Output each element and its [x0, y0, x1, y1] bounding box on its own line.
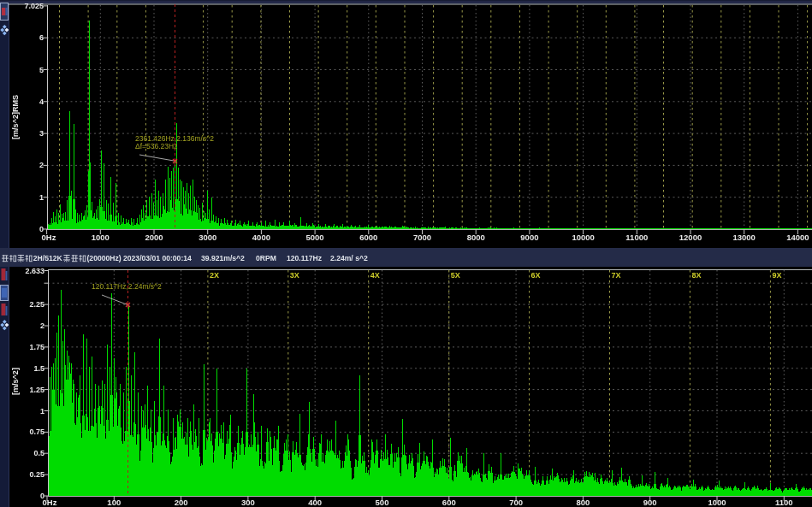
svg-text:4000: 4000	[252, 233, 270, 242]
svg-text:0Hz: 0Hz	[43, 498, 57, 507]
svg-text:3000: 3000	[199, 233, 216, 242]
svg-text:3: 3	[39, 129, 44, 138]
svg-text:2X: 2X	[210, 271, 219, 280]
svg-text:8000: 8000	[467, 233, 485, 242]
svg-text:400: 400	[308, 498, 322, 507]
svg-text:1100: 1100	[775, 498, 793, 507]
svg-text:6000: 6000	[359, 233, 377, 242]
svg-text:4X: 4X	[370, 271, 380, 280]
svg-text:9X: 9X	[772, 271, 781, 280]
svg-text:3X: 3X	[290, 271, 299, 280]
svg-text:12000: 12000	[679, 233, 702, 242]
svg-text:1000: 1000	[708, 498, 726, 507]
svg-text:1.75: 1.75	[29, 343, 44, 351]
svg-text:5X: 5X	[451, 271, 460, 280]
svg-text:2: 2	[40, 321, 44, 330]
svg-text:300: 300	[241, 498, 255, 507]
svg-text:1: 1	[40, 407, 44, 416]
svg-text:2000: 2000	[145, 233, 163, 242]
svg-text:[m/s^2]: [m/s^2]	[11, 368, 20, 395]
svg-text:900: 900	[643, 498, 657, 507]
svg-text:(20000Hz) 2023/03/01 00:00:14: (20000Hz) 2023/03/01 00:00:14	[87, 254, 193, 262]
svg-text:6X: 6X	[531, 271, 541, 280]
svg-text:0.75: 0.75	[29, 427, 44, 436]
svg-text:2.25: 2.25	[29, 300, 44, 309]
svg-text:200: 200	[175, 498, 188, 507]
svg-text:0Hz: 0Hz	[42, 233, 56, 242]
svg-text:2H/512K: 2H/512K	[33, 254, 63, 262]
svg-text:100: 100	[107, 498, 121, 507]
svg-text:0.25: 0.25	[29, 470, 44, 479]
svg-text:5: 5	[39, 66, 44, 74]
svg-text:120.117Hz,2.24m/s^2: 120.117Hz,2.24m/s^2	[92, 282, 162, 291]
svg-text:[m/s^2]RMS: [m/s^2]RMS	[11, 95, 20, 139]
svg-text:1.5: 1.5	[33, 364, 44, 373]
svg-text:500: 500	[376, 498, 389, 507]
svg-text:7.025: 7.025	[24, 2, 44, 10]
svg-text:700: 700	[509, 498, 523, 507]
svg-text:10000: 10000	[572, 233, 594, 242]
svg-text:2361.426Hz,2.136m/s^2: 2361.426Hz,2.136m/s^2	[135, 134, 214, 143]
svg-text:13000: 13000	[732, 233, 755, 242]
svg-text:4: 4	[39, 97, 44, 106]
svg-text:7000: 7000	[413, 233, 431, 242]
svg-text:11000: 11000	[625, 233, 648, 242]
svg-text:Δf=536.23Hz: Δf=536.23Hz	[135, 142, 177, 150]
svg-text:800: 800	[576, 498, 590, 507]
svg-text:1.25: 1.25	[29, 386, 44, 394]
svg-text:600: 600	[442, 498, 456, 507]
svg-text:2: 2	[39, 161, 44, 169]
svg-text:6: 6	[39, 33, 44, 42]
svg-text:1: 1	[39, 193, 44, 202]
svg-text:9000: 9000	[520, 233, 538, 242]
svg-text:5000: 5000	[306, 233, 324, 242]
svg-text:14000: 14000	[786, 233, 809, 242]
svg-text:1000: 1000	[92, 233, 110, 242]
svg-text:2.633: 2.633	[25, 267, 44, 275]
svg-text:7X: 7X	[612, 271, 621, 280]
svg-text:0.5: 0.5	[33, 449, 44, 457]
svg-text:8X: 8X	[691, 271, 701, 280]
